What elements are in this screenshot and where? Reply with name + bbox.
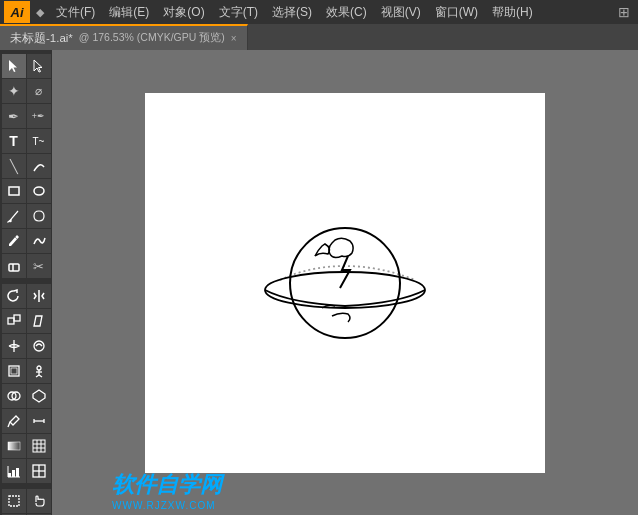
tool-row-type: T T~	[2, 129, 51, 153]
live-paint-tool-button[interactable]	[27, 384, 51, 408]
tool-row-scale	[2, 309, 51, 333]
menu-file[interactable]: 文件(F)	[50, 2, 101, 23]
pencil-tool-button[interactable]	[2, 229, 26, 253]
svg-rect-7	[9, 264, 19, 271]
pen-tool-button[interactable]: ✒	[2, 104, 26, 128]
shape-builder-tool-button[interactable]	[2, 384, 26, 408]
svg-point-17	[37, 366, 41, 370]
puppet-warp-tool-button[interactable]	[27, 359, 51, 383]
paintbrush-tool-button[interactable]	[2, 204, 26, 228]
eyedropper-tool-button[interactable]	[2, 409, 26, 433]
svg-point-4	[9, 220, 11, 222]
type-tool-button[interactable]: T	[2, 129, 26, 153]
reflect-tool-button[interactable]	[27, 284, 51, 308]
ellipse-tool-button[interactable]	[27, 179, 51, 203]
tool-row-eyedropper	[2, 409, 51, 433]
svg-rect-36	[12, 470, 15, 477]
workspace-switcher-icon[interactable]: ⊞	[614, 2, 634, 22]
svg-rect-29	[8, 442, 20, 450]
ai-logo: Ai	[4, 1, 30, 23]
tool-row-selection	[2, 54, 51, 78]
mesh-tool-button[interactable]	[27, 434, 51, 458]
type-on-path-tool-button[interactable]: T~	[27, 129, 51, 153]
tool-row-pencil	[2, 229, 51, 253]
direct-selection-tool-button[interactable]	[27, 54, 51, 78]
tab-bar: 未标题-1.ai* @ 176.53% (CMYK/GPU 预览) ×	[0, 24, 638, 50]
svg-line-25	[8, 422, 10, 427]
width-tool-button[interactable]	[2, 334, 26, 358]
svg-line-20	[36, 375, 39, 377]
tool-row-rotate	[2, 284, 51, 308]
svg-marker-5	[9, 235, 19, 246]
tool-row-brush	[2, 204, 51, 228]
warp-tool-button[interactable]	[27, 334, 51, 358]
menu-view[interactable]: 视图(V)	[375, 2, 427, 23]
svg-marker-12	[34, 316, 42, 326]
menu-select[interactable]: 选择(S)	[266, 2, 318, 23]
svg-rect-43	[9, 496, 19, 506]
tool-row-pen: ✒ +✒	[2, 104, 51, 128]
add-anchor-tool-button[interactable]: +✒	[27, 104, 51, 128]
blob-brush-tool-button[interactable]	[27, 204, 51, 228]
gradient-tool-button[interactable]	[2, 434, 26, 458]
tool-row-transform	[2, 359, 51, 383]
watermark-title: 软件自学网	[112, 470, 222, 500]
artboard-tool-button[interactable]	[2, 489, 26, 513]
svg-marker-1	[34, 60, 42, 72]
tool-row-gradient	[2, 434, 51, 458]
svg-rect-37	[16, 468, 19, 477]
tab-info: @ 176.53% (CMYK/GPU 预览)	[79, 31, 225, 45]
watermark: 软件自学网 WWW.RJZXW.COM	[112, 470, 222, 511]
tab-title: 未标题-1.ai*	[10, 31, 73, 46]
canvas-area: 软件自学网 WWW.RJZXW.COM	[52, 50, 638, 515]
line-tool-button[interactable]: ╲	[2, 154, 26, 178]
rect-tool-button[interactable]	[2, 179, 26, 203]
measure-tool-button[interactable]	[27, 409, 51, 433]
watermark-url: WWW.RJZXW.COM	[112, 500, 222, 511]
selection-tool-button[interactable]	[2, 54, 26, 78]
svg-point-49	[290, 228, 400, 338]
tool-row-eraser: ✂	[2, 254, 51, 278]
main-area: ✦ ⌀ ✒ +✒ T T~ ╲	[0, 50, 638, 515]
scissors-tool-button[interactable]: ✂	[27, 254, 51, 278]
menu-effect[interactable]: 效果(C)	[320, 2, 373, 23]
free-transform-tool-button[interactable]	[2, 359, 26, 383]
planet-drawing	[260, 208, 430, 358]
svg-marker-0	[9, 60, 17, 72]
menu-text[interactable]: 文字(T)	[213, 2, 264, 23]
graph-tool-button[interactable]	[2, 459, 26, 483]
svg-rect-2	[9, 187, 19, 195]
hand-tool-button[interactable]	[27, 489, 51, 513]
magic-wand-tool-button[interactable]: ✦	[2, 79, 26, 103]
slice-tool-button[interactable]	[27, 459, 51, 483]
document-tab[interactable]: 未标题-1.ai* @ 176.53% (CMYK/GPU 预览) ×	[0, 24, 248, 50]
svg-point-14	[34, 341, 44, 351]
menu-edit[interactable]: 编辑(E)	[103, 2, 155, 23]
rotate-tool-button[interactable]	[2, 284, 26, 308]
menu-object[interactable]: 对象(O)	[157, 2, 210, 23]
tool-row-shapebuilder	[2, 384, 51, 408]
tool-row-artboard	[2, 489, 51, 513]
shear-tool-button[interactable]	[27, 309, 51, 333]
tool-row-line: ╲	[2, 154, 51, 178]
menu-bar: Ai ◆ 文件(F) 编辑(E) 对象(O) 文字(T) 选择(S) 效果(C)…	[0, 0, 638, 24]
tool-row-width	[2, 334, 51, 358]
tool-row-graph	[2, 459, 51, 483]
toolbar: ✦ ⌀ ✒ +✒ T T~ ╲	[0, 50, 52, 515]
tool-row-rect	[2, 179, 51, 203]
eraser-tool-button[interactable]	[2, 254, 26, 278]
ai-diamond-icon: ◆	[36, 6, 44, 19]
svg-line-21	[39, 375, 42, 377]
tab-close-button[interactable]: ×	[231, 33, 237, 44]
scale-tool-button[interactable]	[2, 309, 26, 333]
svg-rect-16	[11, 368, 17, 374]
smooth-tool-button[interactable]	[27, 229, 51, 253]
menu-window[interactable]: 窗口(W)	[429, 2, 484, 23]
svg-marker-24	[33, 390, 45, 402]
menu-help[interactable]: 帮助(H)	[486, 2, 539, 23]
svg-rect-15	[9, 366, 19, 376]
lasso-tool-button[interactable]: ⌀	[27, 79, 51, 103]
svg-rect-11	[14, 315, 20, 321]
svg-rect-30	[33, 440, 45, 452]
arc-tool-button[interactable]	[27, 154, 51, 178]
